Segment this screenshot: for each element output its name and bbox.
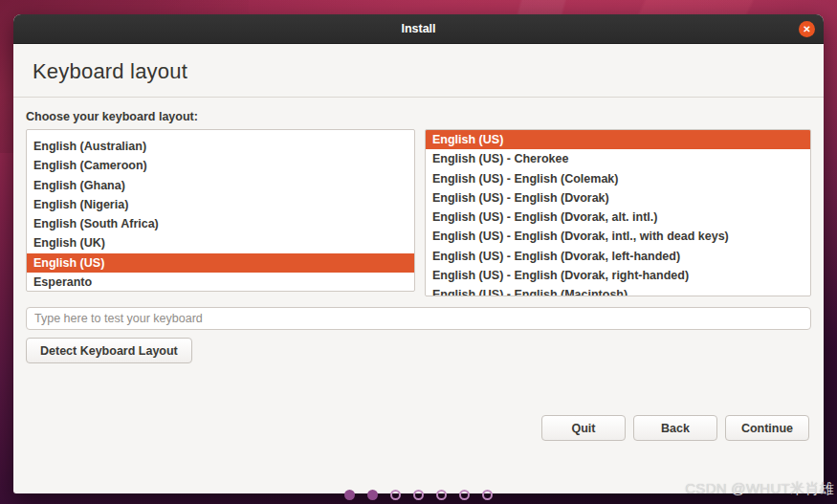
detect-keyboard-button[interactable]: Detect Keyboard Layout: [26, 338, 192, 363]
variant-list[interactable]: English (US)English (US) - CherokeeEngli…: [425, 129, 811, 296]
layout-list-item[interactable]: English (Cameroon): [27, 156, 414, 175]
variant-list-item[interactable]: English (US) - English (Colemak): [426, 169, 810, 188]
titlebar[interactable]: Install ✕: [13, 14, 824, 44]
variant-list-item[interactable]: English (US) - English (Dvorak, right-ha…: [426, 266, 810, 285]
keyboard-test-input[interactable]: [26, 307, 811, 330]
step-dot: [367, 490, 378, 500]
layout-list[interactable]: English (Australian)English (Cameroon)En…: [26, 129, 415, 292]
step-dot: [459, 490, 470, 500]
chooser-label: Choose your keyboard layout:: [26, 110, 811, 123]
variant-list-item[interactable]: English (US): [426, 130, 810, 149]
variant-list-item[interactable]: English (US) - Cherokee: [426, 149, 810, 168]
content-area: Choose your keyboard layout: English (Au…: [13, 98, 824, 504]
variant-list-item[interactable]: English (US) - English (Dvorak, left-han…: [426, 247, 810, 266]
step-dot: [413, 490, 424, 500]
keyboard-lists: English (Australian)English (Cameroon)En…: [26, 129, 811, 296]
step-dot: [436, 490, 447, 500]
layout-list-item[interactable]: English (Ghana): [27, 176, 414, 195]
variant-list-item[interactable]: English (US) - English (Dvorak, alt. int…: [426, 208, 810, 227]
layout-list-item[interactable]: English (US): [27, 253, 414, 273]
step-dot: [390, 490, 401, 500]
window-title: Install: [401, 22, 435, 35]
watermark: CSDN @WHUT米肖雄: [685, 480, 834, 498]
quit-button[interactable]: Quit: [541, 415, 626, 441]
installer-window: Install ✕ Keyboard layout Choose your ke…: [13, 14, 824, 493]
page-header: Keyboard layout: [13, 44, 824, 98]
layout-list-item[interactable]: English (Nigeria): [27, 195, 414, 214]
layout-list-item[interactable]: English (South Africa): [27, 214, 414, 233]
close-icon[interactable]: ✕: [799, 21, 815, 37]
variant-list-item[interactable]: English (US) - English (Dvorak, intl., w…: [426, 227, 810, 246]
nav-buttons: Quit Back Continue: [541, 415, 809, 441]
back-button[interactable]: Back: [633, 415, 717, 441]
continue-button[interactable]: Continue: [725, 415, 809, 441]
layout-list-item[interactable]: English (UK): [27, 233, 414, 252]
step-dot: [482, 490, 493, 500]
variant-list-item[interactable]: English (US) - English (Macintosh): [426, 285, 810, 296]
page-title: Keyboard layout: [33, 59, 804, 84]
variant-list-item[interactable]: English (US) - English (Dvorak): [426, 188, 810, 208]
step-dot: [344, 490, 355, 500]
layout-list-item[interactable]: Esperanto: [27, 273, 414, 292]
layout-list-item[interactable]: English (Australian): [27, 137, 414, 156]
